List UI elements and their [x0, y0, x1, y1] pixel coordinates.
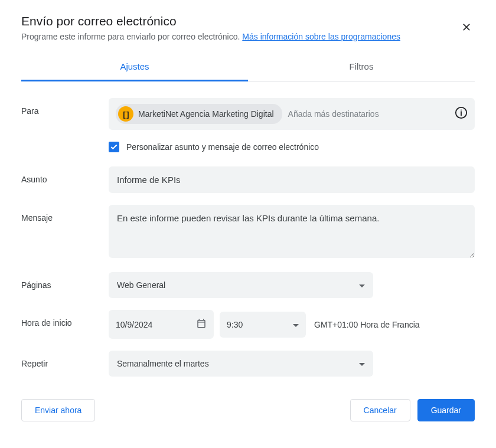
close-button[interactable] — [458, 19, 475, 37]
timezone-label: GMT+01:00 Hora de Francia — [314, 320, 420, 329]
row-message: Mensaje — [21, 205, 475, 260]
dialog-title: Envío por correo electrónico — [21, 14, 475, 28]
cancel-button[interactable]: Cancelar — [350, 399, 410, 421]
subtitle-text: Programe este informe para enviarlo por … — [21, 32, 240, 41]
label-repeat: Repetir — [21, 351, 109, 368]
chevron-down-icon — [293, 320, 299, 329]
recipient-avatar: [ ] — [118, 106, 133, 122]
info-icon[interactable] — [455, 106, 468, 122]
email-schedule-dialog: Envío por correo electrónico Programe es… — [0, 0, 496, 438]
subject-input[interactable] — [109, 166, 475, 193]
recipients-input[interactable]: [ ] MarketiNet Agencia Marketing Digital… — [109, 98, 475, 130]
row-recipients: Para [ ] MarketiNet Agencia Marketing Di… — [21, 98, 475, 130]
date-value: 10/9/2024 — [116, 320, 152, 329]
tab-filters[interactable]: Filtros — [248, 53, 475, 81]
dialog-footer: Enviar ahora Cancelar Guardar — [21, 399, 475, 421]
recipient-chip-label: MarketiNet Agencia Marketing Digital — [138, 109, 274, 119]
svg-point-2 — [461, 110, 462, 111]
dialog-header: Envío por correo electrónico Programe es… — [21, 14, 475, 41]
chevron-down-icon — [359, 280, 365, 290]
time-value: 9:30 — [227, 320, 243, 329]
label-pages: Páginas — [21, 272, 109, 290]
close-icon — [461, 21, 472, 33]
tabs: Ajustes Filtros — [21, 53, 475, 81]
customize-checkbox[interactable] — [109, 142, 119, 152]
label-subject: Asunto — [21, 166, 109, 184]
repeat-select[interactable]: Semanalmente el martes — [109, 351, 373, 377]
row-pages: Páginas Web General — [21, 272, 475, 298]
pages-value: Web General — [117, 280, 165, 290]
row-repeat: Repetir Semanalmente el martes — [21, 351, 475, 377]
message-textarea[interactable] — [109, 205, 475, 258]
repeat-value: Semanalmente el martes — [117, 359, 209, 368]
label-start-time: Hora de inicio — [21, 310, 109, 328]
label-to: Para — [21, 98, 109, 116]
row-start-time: Hora de inicio 10/9/2024 9:30 GMT+01:00 … — [21, 310, 475, 339]
recipients-placeholder: Añada más destinatarios — [288, 109, 379, 119]
time-picker[interactable]: 9:30 — [220, 312, 306, 338]
date-picker[interactable]: 10/9/2024 — [109, 310, 214, 339]
chevron-down-icon — [359, 359, 365, 368]
save-button[interactable]: Guardar — [417, 399, 475, 421]
dialog-subtitle: Programe este informe para enviarlo por … — [21, 32, 475, 41]
customize-checkbox-label: Personalizar asunto y mensaje de correo … — [126, 142, 319, 152]
learn-more-link[interactable]: Más información sobre las programaciones — [242, 32, 400, 41]
send-now-button[interactable]: Enviar ahora — [21, 399, 95, 421]
row-subject: Asunto — [21, 166, 475, 193]
tab-settings[interactable]: Ajustes — [21, 53, 248, 81]
customize-checkbox-row: Personalizar asunto y mensaje de correo … — [109, 142, 475, 152]
label-message: Mensaje — [21, 205, 109, 223]
calendar-icon — [196, 318, 207, 331]
checkmark-icon — [110, 143, 118, 151]
pages-select[interactable]: Web General — [109, 272, 373, 298]
recipient-chip[interactable]: [ ] MarketiNet Agencia Marketing Digital — [116, 104, 282, 124]
